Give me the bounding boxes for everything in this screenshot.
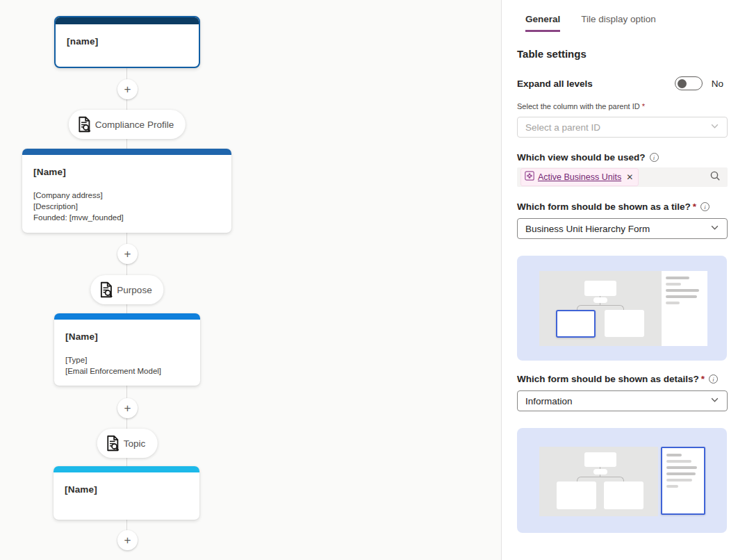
toggle-value: No bbox=[712, 79, 723, 89]
root-node-card[interactable]: [name] bbox=[54, 16, 200, 68]
card-title: [Name] bbox=[33, 167, 220, 177]
card-color-bar bbox=[54, 313, 200, 320]
hierarchy-canvas: [name] + Compliance Profile [ bbox=[0, 0, 502, 560]
table-badge-purpose[interactable]: Purpose bbox=[90, 275, 163, 304]
view-tag-icon bbox=[525, 171, 534, 183]
details-form-label: Which form should be shown as details?* … bbox=[517, 374, 728, 384]
badge-label: Topic bbox=[124, 438, 146, 449]
card-field: [Type] bbox=[65, 354, 189, 365]
add-node-button-2[interactable]: + bbox=[117, 244, 138, 264]
tab-tile-display-option[interactable]: Tile display option bbox=[581, 14, 656, 32]
details-form-preview bbox=[517, 428, 727, 533]
purpose-node-card[interactable]: [Name] [Type] [Email Enforcement Model] bbox=[54, 313, 200, 386]
close-icon[interactable]: ✕ bbox=[626, 173, 633, 181]
chevron-down-icon bbox=[710, 122, 719, 133]
required-asterisk: * bbox=[693, 201, 696, 212]
required-asterisk: * bbox=[642, 102, 645, 110]
preview-tile bbox=[604, 481, 643, 509]
select-value: Information bbox=[525, 396, 573, 406]
card-field: [Company address] bbox=[33, 190, 220, 201]
add-node-button-1[interactable]: + bbox=[117, 79, 138, 99]
plus-icon: + bbox=[124, 534, 131, 546]
tile-form-preview bbox=[517, 256, 727, 361]
view-tag: Active Business Units ✕ bbox=[520, 168, 639, 186]
card-color-bar bbox=[54, 466, 199, 472]
chevron-down-icon bbox=[710, 223, 719, 234]
document-search-icon bbox=[75, 115, 93, 133]
card-title: [Name] bbox=[65, 484, 188, 495]
card-field: [Description] bbox=[33, 201, 220, 212]
panel-tabs: General Tile display option bbox=[525, 14, 728, 32]
plus-icon: + bbox=[124, 248, 131, 260]
document-search-icon bbox=[104, 434, 122, 452]
plus-icon: + bbox=[124, 402, 131, 414]
view-search-field[interactable]: Active Business Units ✕ bbox=[517, 167, 728, 187]
info-icon[interactable]: i bbox=[709, 374, 718, 384]
add-node-button-3[interactable]: + bbox=[117, 398, 138, 418]
toggle-knob bbox=[678, 79, 687, 88]
card-title: [name] bbox=[67, 36, 188, 47]
parent-id-label: Select the column with the parent ID* bbox=[517, 102, 728, 110]
badge-label: Compliance Profile bbox=[95, 120, 174, 130]
view-field-label: Which view should be used? i bbox=[517, 152, 728, 163]
details-form-select[interactable]: Information bbox=[517, 390, 728, 411]
preview-details-panel bbox=[662, 271, 707, 346]
info-icon[interactable]: i bbox=[650, 153, 659, 162]
table-badge-compliance-profile[interactable]: Compliance Profile bbox=[69, 110, 186, 139]
document-search-icon bbox=[97, 281, 115, 299]
settings-panel: General Tile display option Table settin… bbox=[502, 0, 738, 560]
preview-tile-highlighted bbox=[556, 310, 596, 338]
select-placeholder: Select a parent ID bbox=[525, 122, 600, 133]
card-field: Founded: [mvw_founded] bbox=[33, 212, 220, 223]
search-icon[interactable] bbox=[710, 170, 721, 184]
card-color-bar bbox=[22, 149, 231, 155]
preview-badge bbox=[593, 469, 607, 475]
table-badge-topic[interactable]: Topic bbox=[97, 429, 158, 458]
chevron-down-icon bbox=[710, 395, 719, 406]
preview-tile bbox=[557, 481, 596, 509]
card-title: [Name] bbox=[65, 331, 189, 342]
expand-all-levels-row: Expand all levels No bbox=[517, 76, 728, 90]
parent-id-select[interactable]: Select a parent ID bbox=[517, 117, 728, 138]
tile-form-select[interactable]: Business Unit Hierarchy Form bbox=[517, 218, 728, 239]
preview-parent-node bbox=[584, 452, 616, 467]
required-asterisk: * bbox=[701, 374, 705, 384]
preview-badge bbox=[593, 297, 607, 303]
compliance-profile-node-card[interactable]: [Name] [Company address] [Description] F… bbox=[22, 149, 231, 233]
tab-general[interactable]: General bbox=[525, 14, 560, 32]
tile-form-label: Which form should be shown as a tile?* i bbox=[517, 201, 728, 212]
plus-icon: + bbox=[124, 83, 131, 95]
view-tag-link[interactable]: Active Business Units bbox=[538, 172, 621, 182]
preview-details-highlighted bbox=[661, 447, 705, 515]
add-node-button-4[interactable]: + bbox=[117, 530, 138, 550]
info-icon[interactable]: i bbox=[700, 202, 710, 211]
badge-label: Purpose bbox=[117, 285, 151, 295]
expand-all-levels-toggle[interactable] bbox=[675, 76, 703, 90]
preview-parent-node bbox=[584, 281, 616, 296]
expand-all-levels-label: Expand all levels bbox=[517, 79, 675, 89]
app-window: [name] + Compliance Profile [ bbox=[0, 0, 738, 560]
preview-tile bbox=[605, 310, 644, 337]
card-field: [Email Enforcement Model] bbox=[65, 365, 189, 377]
select-value: Business Unit Hierarchy Form bbox=[525, 224, 650, 234]
topic-node-card[interactable]: [Name] bbox=[54, 466, 199, 520]
table-settings-heading: Table settings bbox=[517, 48, 728, 60]
card-color-bar bbox=[56, 17, 199, 24]
